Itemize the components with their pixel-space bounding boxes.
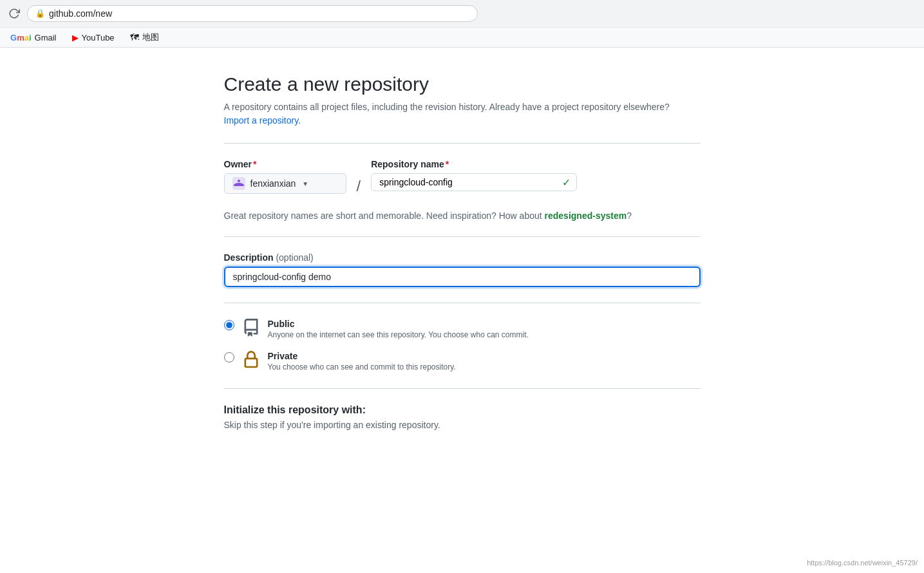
owner-label: Owner* — [224, 159, 346, 169]
optional-text: (optional) — [276, 252, 313, 263]
bookmark-maps[interactable]: 🗺 地图 — [127, 30, 162, 44]
url-text: github.com/new — [49, 8, 112, 19]
private-repo-icon — [242, 351, 260, 373]
youtube-icon: ▶ — [72, 33, 79, 42]
bookmark-gmail-label: Gmail — [35, 33, 57, 42]
radio-private[interactable] — [224, 352, 234, 362]
visibility-section: Public Anyone on the internet can see th… — [224, 319, 701, 373]
address-bar[interactable]: 🔒 github.com/new — [27, 5, 478, 22]
init-section: Initialize this repository with: Skip th… — [224, 404, 701, 430]
repo-name-group: Repository name* ✓ — [371, 159, 577, 191]
browser-chrome: 🔒 github.com/new Gmai Gmail ▶ YouTube 🗺 … — [0, 0, 924, 48]
public-title: Public — [268, 319, 701, 329]
bookmark-maps-label: 地图 — [142, 32, 159, 43]
description-input[interactable] — [224, 267, 701, 287]
bookmarks-bar: Gmai Gmail ▶ YouTube 🗺 地图 — [0, 27, 924, 47]
import-link[interactable]: Import a repository. — [224, 115, 301, 126]
radio-public-col — [224, 319, 234, 332]
form-container: Create a new repository A repository con… — [211, 73, 713, 440]
page-content: Create a new repository A repository con… — [0, 48, 924, 466]
lock-icon: 🔒 — [35, 9, 45, 18]
maps-icon: 🗺 — [130, 32, 139, 42]
repo-name-label: Repository name* — [371, 159, 577, 169]
section-divider-4 — [224, 388, 701, 389]
description-group: Description (optional) — [224, 252, 701, 287]
init-title: Initialize this repository with: — [224, 404, 701, 416]
visibility-private-option: Private You choose who can see and commi… — [224, 351, 701, 373]
browser-toolbar: 🔒 github.com/new — [0, 0, 924, 27]
public-repo-icon — [242, 319, 260, 341]
public-visibility-text: Public Anyone on the internet can see th… — [268, 319, 701, 339]
repo-name-input[interactable] — [371, 173, 577, 191]
bookmark-youtube[interactable]: ▶ YouTube — [70, 32, 117, 44]
private-title: Private — [268, 351, 701, 361]
owner-dropdown[interactable]: fenxianxian ▼ — [224, 173, 346, 194]
repo-name-wrapper: ✓ — [371, 173, 577, 191]
bookmark-gmail[interactable]: Gmai Gmail — [8, 32, 59, 44]
page-subtitle: A repository contains all project files,… — [224, 100, 701, 127]
dropdown-arrow-icon: ▼ — [302, 180, 308, 187]
private-desc: You choose who can see and commit to thi… — [268, 362, 701, 371]
gmail-icon: Gmai — [10, 33, 32, 42]
owner-required: * — [253, 159, 256, 169]
repo-name-check-icon: ✓ — [562, 176, 570, 189]
name-suggestion-link[interactable]: redesigned-system — [545, 211, 627, 221]
init-subtitle: Skip this step if you're importing an ex… — [224, 420, 701, 430]
section-divider-2 — [224, 236, 701, 237]
owner-repo-row: Owner* fenxianxian ▼ / Repository name* — [224, 159, 701, 195]
reload-button[interactable] — [8, 7, 21, 20]
name-suggestion: Great repository names are short and mem… — [224, 211, 701, 221]
owner-name: fenxianxian — [250, 178, 296, 189]
private-visibility-text: Private You choose who can see and commi… — [268, 351, 701, 371]
visibility-public-option: Public Anyone on the internet can see th… — [224, 319, 701, 341]
page-title: Create a new repository — [224, 73, 701, 95]
public-desc: Anyone on the internet can see this repo… — [268, 330, 701, 339]
radio-public[interactable] — [224, 320, 234, 330]
bookmark-youtube-label: YouTube — [82, 33, 115, 42]
section-divider-3 — [224, 303, 701, 303]
slash-separator: / — [357, 159, 361, 195]
repo-name-required: * — [446, 159, 449, 169]
section-divider-top — [224, 143, 701, 144]
description-label: Description (optional) — [224, 252, 701, 263]
radio-private-col — [224, 351, 234, 364]
owner-avatar-icon — [232, 177, 245, 190]
owner-group: Owner* fenxianxian ▼ — [224, 159, 346, 194]
